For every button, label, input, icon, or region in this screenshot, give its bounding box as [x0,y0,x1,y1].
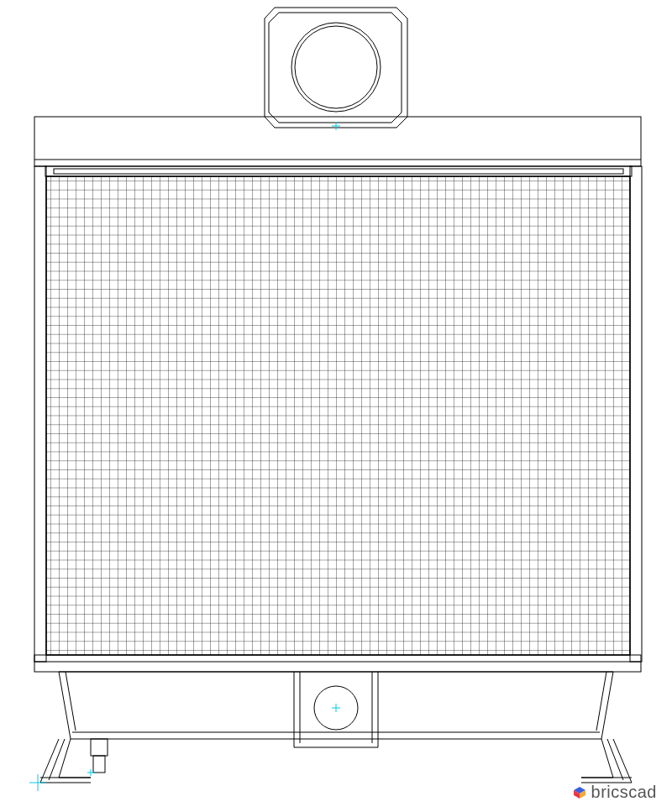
svg-point-3 [295,26,377,108]
lower-tank-inner [66,672,606,731]
watermark-label: bricscad [591,783,657,802]
right-column [630,166,642,662]
bottom-outlet [294,672,378,747]
origin-marker [29,774,46,791]
right-foot [581,739,632,783]
left-foot [40,739,91,783]
svg-rect-11 [34,655,641,672]
svg-rect-9 [54,169,623,174]
core-grid-fill [46,176,630,655]
svg-line-21 [49,739,65,780]
filler-cap [265,8,407,130]
cad-drawing-canvas [0,0,672,812]
bricscad-logo-icon [573,786,586,799]
svg-line-30 [66,672,76,731]
svg-marker-0 [265,8,407,128]
svg-rect-6 [34,117,641,166]
svg-rect-8 [45,166,632,176]
lower-tank [34,655,641,739]
svg-rect-25 [93,756,105,773]
svg-line-23 [607,739,623,780]
left-drain-plug [87,739,108,776]
watermark: bricscad [573,783,657,802]
svg-marker-1 [269,13,402,123]
svg-rect-24 [91,739,108,756]
svg-line-31 [596,672,606,731]
svg-point-2 [291,23,381,112]
left-column [34,166,46,662]
